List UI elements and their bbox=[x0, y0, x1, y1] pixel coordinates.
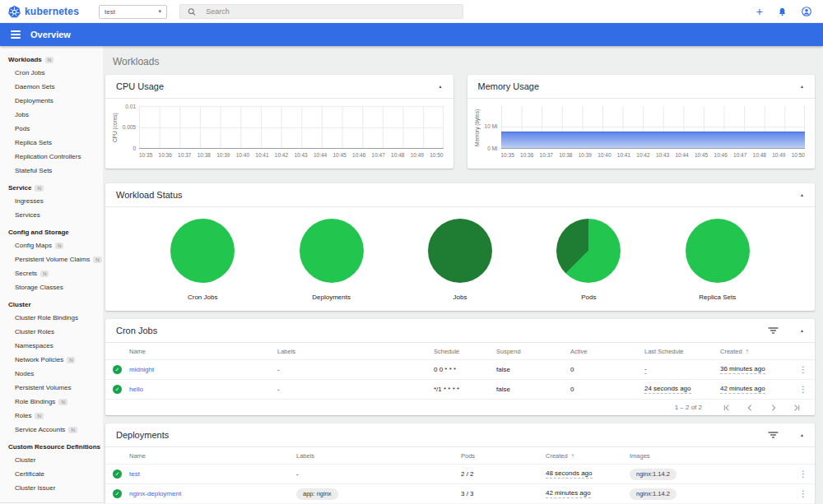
cron-job-name-link[interactable]: midnight bbox=[129, 366, 277, 373]
sidebar-item-storage-classes[interactable]: Storage Classes bbox=[0, 280, 103, 294]
cell-created: 48 seconds ago bbox=[546, 469, 593, 479]
x-tick: 10:48 bbox=[391, 152, 404, 158]
x-tick: 10:41 bbox=[617, 152, 630, 158]
sidebar-item-daemon-sets[interactable]: Daemon Sets bbox=[0, 80, 103, 94]
sidebar-item-stateful-sets[interactable]: Stateful Sets bbox=[0, 164, 103, 178]
column-header-name[interactable]: Name bbox=[129, 452, 296, 460]
sidebar-item-replication-controllers[interactable]: Replication Controllers bbox=[0, 150, 103, 164]
last-page-icon[interactable] bbox=[793, 404, 802, 412]
sidebar-item-roles[interactable]: RolesN bbox=[0, 409, 103, 423]
sidebar-item-deployments[interactable]: Deployments bbox=[0, 94, 103, 108]
x-tick: 10:47 bbox=[372, 152, 385, 158]
column-header-name[interactable]: Name bbox=[129, 348, 277, 355]
collapse-card-icon[interactable]: ▲ bbox=[800, 192, 804, 197]
memory-y-axis-label: Memory (bytes) bbox=[474, 106, 480, 149]
sidebar-item-pods[interactable]: Pods bbox=[0, 122, 103, 136]
table-row: ✓ midnight - 0 0 * * * false 0 - 36 minu… bbox=[105, 360, 815, 380]
filter-icon[interactable] bbox=[768, 326, 779, 335]
y-tick: 10 Mi bbox=[485, 123, 498, 129]
cell-active: 0 bbox=[570, 366, 644, 373]
sidebar-item-nodes[interactable]: Nodes bbox=[0, 367, 103, 381]
sidebar-section-cluster[interactable]: Cluster bbox=[0, 294, 103, 311]
sidebar-item-secrets[interactable]: SecretsN bbox=[0, 266, 103, 280]
sidebar-section-custom-resource-definitions[interactable]: Custom Resource Definitions bbox=[0, 437, 103, 453]
cpu-plot-area bbox=[139, 106, 444, 149]
chevron-down-icon: ▾ bbox=[158, 8, 161, 15]
column-header-suspend: Suspend bbox=[496, 348, 570, 355]
memory-card-title: Memory Usage bbox=[478, 81, 540, 91]
column-header-created[interactable]: Created↑ bbox=[720, 348, 792, 355]
namespace-selected-value: test bbox=[105, 8, 115, 16]
sidebar-item-roles-label: Roles bbox=[15, 412, 31, 419]
cron-job-name-link[interactable]: hello bbox=[129, 386, 277, 393]
x-tick: 10:36 bbox=[520, 152, 533, 158]
sidebar-item-jobs[interactable]: Jobs bbox=[0, 108, 103, 122]
sidebar-item-network-policies[interactable]: Network PoliciesN bbox=[0, 353, 103, 367]
sidebar-item-jobs-label: Jobs bbox=[15, 111, 29, 118]
sidebar-item-cron-jobs[interactable]: Cron Jobs bbox=[0, 66, 103, 80]
row-actions-menu-icon[interactable]: ⋮ bbox=[799, 489, 807, 498]
brand-name: kubernetes bbox=[25, 6, 79, 17]
sidebar-item-cluster-role-bindings[interactable]: Cluster Role Bindings bbox=[0, 311, 103, 325]
notifications-bell-icon[interactable] bbox=[778, 7, 787, 16]
x-tick: 10:37 bbox=[540, 152, 553, 158]
sidebar-item-config-maps[interactable]: Config MapsN bbox=[0, 238, 103, 252]
row-actions-menu-icon[interactable]: ⋮ bbox=[799, 469, 807, 479]
x-tick: 10:44 bbox=[314, 152, 327, 158]
x-tick: 10:46 bbox=[714, 152, 728, 158]
column-header-labels: Labels bbox=[277, 348, 434, 355]
x-tick: 10:37 bbox=[178, 152, 191, 158]
next-page-icon[interactable] bbox=[770, 404, 778, 412]
kubernetes-logo[interactable]: kubernetes bbox=[0, 6, 99, 18]
sidebar-item-ingresses[interactable]: Ingresses bbox=[0, 194, 103, 208]
collapse-card-icon[interactable]: ▲ bbox=[800, 328, 804, 333]
row-actions-menu-icon[interactable]: ⋮ bbox=[799, 365, 807, 374]
first-page-icon[interactable] bbox=[722, 404, 730, 412]
sidebar-section-cluster-label: Cluster bbox=[8, 301, 31, 308]
column-header-active: Active bbox=[570, 348, 644, 355]
namespaced-badge: N bbox=[55, 243, 63, 249]
sidebar-item-services[interactable]: Services bbox=[0, 208, 103, 222]
sidebar-item-role-bindings[interactable]: Role BindingsN bbox=[0, 395, 103, 409]
header-actions: + bbox=[756, 6, 823, 17]
sidebar-item-persistent-volume-claims[interactable]: Persistent Volume ClaimsN bbox=[0, 252, 103, 266]
x-tick: 10:49 bbox=[411, 152, 424, 158]
filter-icon[interactable] bbox=[768, 431, 779, 439]
x-tick: 10:47 bbox=[733, 152, 746, 158]
user-account-icon[interactable] bbox=[802, 7, 811, 16]
pie-chart bbox=[428, 219, 492, 283]
search-bar[interactable] bbox=[179, 4, 463, 19]
sidebar-item-persistent-volumes[interactable]: Persistent Volumes bbox=[0, 381, 103, 395]
sidebar-item-storage-classes-label: Storage Classes bbox=[15, 284, 63, 291]
image-chip: nginx:1.14.2 bbox=[630, 469, 677, 480]
sidebar-section-config-and-storage[interactable]: Config and Storage bbox=[0, 222, 103, 238]
namespaced-badge: N bbox=[93, 257, 101, 263]
sidebar-section-service[interactable]: ServiceN bbox=[0, 178, 103, 194]
sidebar-item-certificate[interactable]: Certificate bbox=[0, 467, 103, 481]
sidebar-item-namespaces[interactable]: Namespaces bbox=[0, 339, 103, 353]
row-actions-menu-icon[interactable]: ⋮ bbox=[799, 385, 807, 394]
sidebar-section-workloads[interactable]: WorkloadsN bbox=[0, 49, 103, 66]
sidebar-item-service-accounts[interactable]: Service AccountsN bbox=[0, 423, 103, 437]
deployments-title: Deployments bbox=[116, 430, 169, 440]
column-header-created[interactable]: Created↑ bbox=[546, 452, 630, 460]
column-header-pods: Pods bbox=[461, 452, 546, 460]
namespaced-badge: N bbox=[67, 357, 75, 363]
hamburger-menu-icon[interactable] bbox=[11, 30, 21, 39]
collapse-card-icon[interactable]: ▲ bbox=[800, 432, 804, 437]
collapse-card-icon[interactable]: ▲ bbox=[439, 84, 443, 89]
sidebar-item-cluster-issuer[interactable]: Cluster Issuer bbox=[0, 481, 103, 495]
search-input[interactable] bbox=[206, 7, 455, 16]
deployment-name-link[interactable]: test bbox=[129, 470, 296, 478]
sidebar-item-daemon-sets-label: Daemon Sets bbox=[15, 83, 54, 90]
sidebar-item-cluster[interactable]: Cluster bbox=[0, 453, 103, 467]
kubernetes-helm-icon bbox=[8, 6, 21, 18]
sidebar-item-cluster-roles[interactable]: Cluster Roles bbox=[0, 325, 103, 339]
sidebar-item-replica-sets[interactable]: Replica Sets bbox=[0, 136, 103, 150]
deployment-name-link[interactable]: nginx-deployment bbox=[129, 490, 296, 497]
create-resource-plus-icon[interactable]: + bbox=[756, 6, 763, 17]
previous-page-icon[interactable] bbox=[746, 404, 754, 412]
collapse-card-icon[interactable]: ▲ bbox=[800, 84, 804, 89]
pie-jobs: Jobs bbox=[428, 219, 492, 301]
namespace-selector[interactable]: test ▾ bbox=[99, 5, 167, 19]
